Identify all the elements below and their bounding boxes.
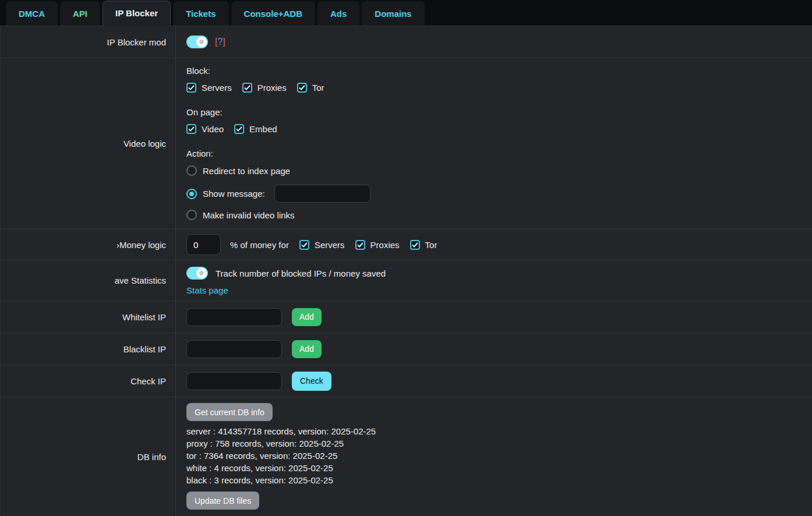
block-proxies-checkbox[interactable]: Proxies: [242, 83, 287, 93]
video-logic-label: Video logic: [1, 58, 176, 229]
db-line-server: server : 414357718 records, version: 202…: [186, 425, 376, 437]
row-ip-blocker-mod: IP Blocker mod [?]: [1, 26, 812, 58]
radio-label: Make invalid video links: [203, 210, 295, 220]
ip-blocker-mod-content: [?]: [176, 26, 812, 58]
money-percent-input[interactable]: [186, 234, 221, 255]
row-money-logic: ›Money logic % of money for Servers Prox…: [1, 229, 812, 260]
page: DMCA API IP Blocker Tickets Console+ADB …: [0, 0, 812, 516]
tab-dmca[interactable]: DMCA: [6, 1, 58, 26]
checkbox-label: Embed: [249, 124, 277, 134]
row-statistics: ave Statistics Track number of blocked I…: [1, 260, 812, 301]
tab-bar: DMCA API IP Blocker Tickets Console+ADB …: [0, 0, 812, 26]
checkbox-label: Tor: [425, 240, 437, 250]
get-db-info-button[interactable]: Get current DB info: [186, 403, 273, 421]
whitelist-add-button[interactable]: Add: [292, 308, 322, 326]
on-page-embed-checkbox[interactable]: Embed: [234, 124, 277, 134]
radio-label: Show message:: [203, 189, 265, 199]
row-check-ip: Check IP Check: [1, 365, 812, 397]
blacklist-ip-label: Blacklist IP: [1, 333, 176, 365]
statistics-label: ave Statistics: [1, 260, 176, 301]
action-invalid-links-option: Make invalid video links: [186, 210, 295, 220]
money-servers-checkbox[interactable]: Servers: [299, 240, 345, 250]
check-ip-input[interactable]: [186, 372, 282, 390]
db-line-black: black : 3 records, version: 2025-02-25: [186, 474, 376, 486]
message-input[interactable]: [274, 185, 370, 203]
checkbox-checked-icon: [297, 83, 307, 93]
checkbox-checked-icon: [186, 83, 196, 93]
tab-tickets[interactable]: Tickets: [173, 1, 228, 26]
statistics-toggle-line: Track number of blocked IPs / money save…: [186, 267, 386, 280]
toggle-knob-icon: [196, 37, 207, 47]
redirect-radio[interactable]: [186, 165, 197, 176]
checkbox-checked-icon: [299, 240, 309, 250]
checkbox-label: Servers: [202, 83, 232, 93]
block-tor-checkbox[interactable]: Tor: [297, 83, 324, 93]
action-redirect-option: Redirect to index page: [186, 165, 290, 176]
show-message-radio[interactable]: [186, 189, 197, 199]
whitelist-ip-label: Whitelist IP: [1, 301, 176, 333]
radio-label: Redirect to index page: [203, 166, 290, 176]
checkbox-checked-icon: [234, 124, 244, 134]
checkbox-checked-icon: [355, 240, 365, 250]
db-line-tor: tor : 7364 records, version: 2025-02-25: [186, 450, 376, 462]
video-logic-content: Block: Servers Proxies Tor On pa: [176, 58, 812, 229]
help-bracket-close: ]: [223, 37, 225, 47]
money-tor-checkbox[interactable]: Tor: [410, 240, 437, 250]
row-whitelist-ip: Whitelist IP Add: [1, 301, 812, 333]
checkbox-checked-icon: [410, 240, 420, 250]
tab-ads[interactable]: Ads: [317, 1, 359, 26]
check-ip-label: Check IP: [1, 365, 176, 397]
action-show-message-option: Show message:: [186, 185, 370, 203]
statistics-toggle[interactable]: [186, 267, 208, 280]
checkbox-label: Video: [202, 124, 224, 134]
db-info-label: DB info: [1, 397, 176, 516]
db-line-proxy: proxy : 758 records, version: 2025-02-25: [186, 437, 376, 450]
block-section-label: Block:: [186, 66, 210, 76]
money-logic-label: ›Money logic: [1, 229, 176, 260]
tab-ip-blocker[interactable]: IP Blocker: [103, 1, 171, 26]
ip-blocker-mod-toggle[interactable]: [186, 36, 208, 48]
block-checkbox-group: Servers Proxies Tor: [186, 83, 335, 93]
row-video-logic: Video logic Block: Servers Proxies Tor: [1, 58, 812, 229]
whitelist-ip-content: Add: [176, 301, 812, 333]
on-page-video-checkbox[interactable]: Video: [186, 124, 224, 134]
settings-table: IP Blocker mod [?] Video logic Block: Se…: [0, 26, 812, 516]
db-info-content: Get current DB info server : 414357718 r…: [176, 397, 812, 516]
on-page-section-label: On page:: [186, 107, 223, 117]
tab-domains[interactable]: Domains: [362, 1, 424, 26]
check-ip-content: Check: [176, 365, 812, 397]
row-blacklist-ip: Blacklist IP Add: [1, 333, 812, 365]
whitelist-ip-input[interactable]: [186, 308, 282, 326]
stats-page-link[interactable]: Stats page: [186, 285, 228, 295]
checkbox-checked-icon: [186, 124, 196, 134]
blacklist-ip-input[interactable]: [186, 340, 282, 358]
statistics-toggle-label: Track number of blocked IPs / money save…: [216, 268, 386, 278]
ip-blocker-mod-label: IP Blocker mod: [1, 26, 176, 58]
db-info-lines: server : 414357718 records, version: 202…: [186, 425, 376, 486]
row-db-info: DB info Get current DB info server : 414…: [1, 397, 812, 516]
money-proxies-checkbox[interactable]: Proxies: [355, 240, 400, 250]
checkbox-label: Servers: [315, 240, 345, 250]
money-logic-content: % of money for Servers Proxies Tor: [176, 229, 812, 260]
checkbox-label: Tor: [312, 83, 324, 93]
checkbox-checked-icon: [242, 83, 252, 93]
tab-console-adb[interactable]: Console+ADB: [231, 1, 315, 26]
check-ip-button[interactable]: Check: [292, 372, 331, 391]
statistics-content: Track number of blocked IPs / money save…: [176, 260, 812, 301]
money-suffix-label: % of money for: [230, 240, 289, 250]
action-section-label: Action:: [186, 149, 213, 158]
help-icon[interactable]: [?]: [215, 37, 225, 47]
db-line-white: white : 4 records, version: 2025-02-25: [186, 462, 376, 474]
checkbox-label: Proxies: [370, 240, 400, 250]
blacklist-add-button[interactable]: Add: [292, 340, 322, 358]
checkbox-label: Proxies: [257, 83, 287, 93]
tab-api[interactable]: API: [60, 1, 100, 26]
blacklist-ip-content: Add: [176, 333, 812, 365]
update-db-files-button[interactable]: Update DB files: [186, 492, 259, 510]
block-servers-checkbox[interactable]: Servers: [186, 83, 232, 93]
invalid-links-radio[interactable]: [186, 210, 197, 220]
toggle-knob-icon: [196, 268, 207, 278]
on-page-checkbox-group: Video Embed: [186, 124, 288, 134]
